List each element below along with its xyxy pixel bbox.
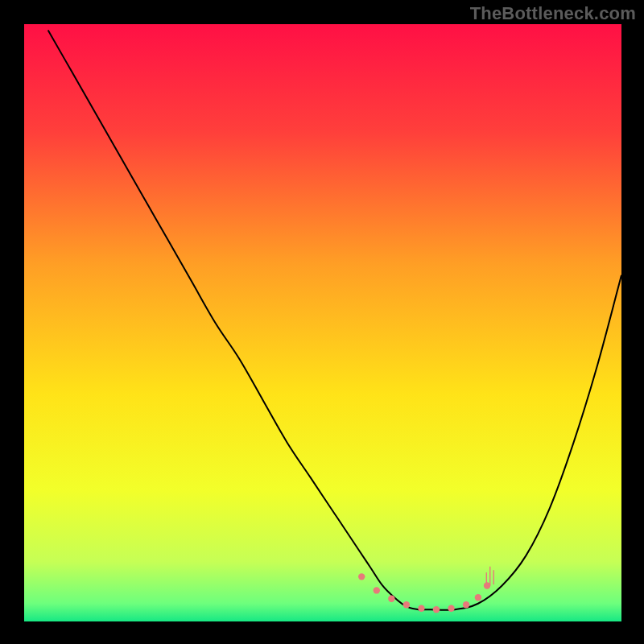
chart-frame: TheBottleneck.com — [0, 0, 644, 644]
highlight-dot — [388, 596, 394, 602]
highlight-dot — [433, 606, 440, 613]
bottleneck-chart — [0, 0, 644, 644]
gradient-backdrop — [24, 24, 621, 621]
highlight-dot — [448, 605, 454, 611]
highlight-dot — [484, 582, 490, 588]
highlight-dot — [374, 587, 380, 593]
highlight-dot — [475, 594, 481, 601]
highlight-dot — [418, 605, 424, 611]
highlight-dot — [403, 601, 410, 608]
watermark-text: TheBottleneck.com — [470, 3, 636, 24]
highlight-dot — [358, 573, 365, 580]
highlight-dot — [463, 601, 469, 608]
